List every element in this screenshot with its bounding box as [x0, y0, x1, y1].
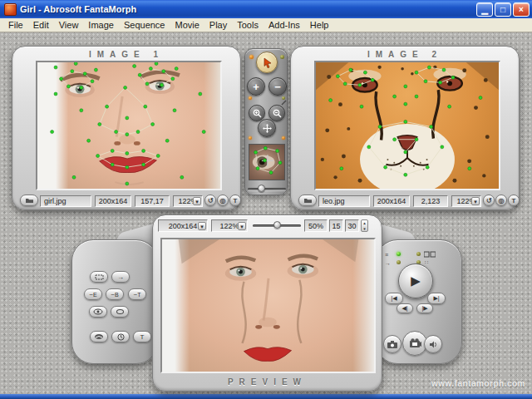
thumbnail-zoom-slider[interactable]: [248, 185, 286, 192]
image1-open-file-button[interactable]: [20, 195, 38, 206]
menu-tools[interactable]: Tools: [232, 19, 264, 31]
image2-reset-view-button[interactable]: ↺: [483, 195, 495, 206]
add-sound-button[interactable]: [424, 335, 442, 353]
girl-face-image: [37, 62, 220, 189]
go-to-start-button[interactable]: |◀: [385, 293, 403, 304]
open-file-icon: [25, 197, 34, 204]
go-to-end-button[interactable]: ▶|: [427, 293, 446, 304]
menu-image[interactable]: Image: [83, 19, 119, 31]
dots-toggle-icon[interactable]: ∷: [425, 259, 428, 265]
image1-filename-field[interactable]: girl.jpg: [40, 195, 91, 207]
menu-play[interactable]: Play: [204, 19, 232, 31]
image2-panel: IMAGE 2: [290, 46, 520, 210]
spin-down-icon[interactable]: ▾: [362, 226, 367, 232]
minimize-button[interactable]: ▁: [476, 2, 493, 17]
image2-zoom-select[interactable]: 122% ▾: [451, 195, 481, 207]
shape-icon: [94, 333, 104, 340]
spin-up-icon[interactable]: ▴: [362, 220, 367, 226]
image2-filename-field[interactable]: leo.jpg: [318, 195, 370, 207]
snapshot-button[interactable]: [383, 335, 401, 353]
restore-button[interactable]: □: [495, 2, 511, 17]
mask-button[interactable]: [111, 306, 129, 318]
menu-view[interactable]: View: [54, 19, 84, 31]
direction-button[interactable]: →: [111, 271, 130, 283]
morph-position-slider[interactable]: [253, 222, 301, 230]
preview-text-button[interactable]: T: [133, 331, 151, 342]
film-led: [416, 252, 421, 256]
arrow-tool-button[interactable]: [256, 52, 278, 73]
zoom-out-icon: [273, 109, 282, 118]
preview-left-controls: [71, 239, 158, 364]
ellipse-icon: [116, 309, 124, 314]
total-frames-field[interactable]: 30: [345, 219, 359, 232]
clock-icon: [117, 333, 125, 341]
image1-center-button[interactable]: ◎: [217, 195, 229, 206]
menu-help[interactable]: Help: [305, 19, 334, 31]
add-point-button[interactable]: +: [247, 77, 265, 96]
frames-spinner[interactable]: ▴ ▾: [361, 219, 368, 232]
app-window: Girl - Abrosoft FantaMorph ▁ □ × File Ed…: [0, 0, 532, 399]
image1-reset-view-button[interactable]: ↺: [204, 195, 216, 206]
slider-track: [248, 188, 286, 190]
website-link: www.fantamorph.com: [431, 379, 525, 388]
timing-button[interactable]: [111, 331, 130, 342]
movie-projector-icon: [408, 338, 421, 349]
zoom-out-button[interactable]: [268, 105, 285, 121]
curves-toggle-icon[interactable]: ≡: [385, 252, 388, 258]
chevron-down-icon[interactable]: ▾: [193, 197, 201, 205]
image2-text-button[interactable]: T: [508, 195, 520, 206]
magnifier-thumbnail[interactable]: [249, 144, 285, 180]
slider-thumb[interactable]: [273, 221, 281, 229]
cheetah-face-image: [316, 62, 499, 189]
show-preview-button[interactable]: [89, 306, 107, 318]
zoom-in-icon: [253, 109, 262, 118]
image1-cursor-position: 157,17: [135, 195, 170, 207]
image2-dimensions-field: 200x164: [373, 195, 410, 207]
pan-led-left: [249, 136, 252, 140]
menu-bar: File Edit View Image Sequence Movie Play…: [0, 18, 532, 32]
filmstrip-icon[interactable]: [424, 251, 436, 258]
preview-zoom-select[interactable]: 122% ▾: [211, 219, 248, 232]
preview-title: PREVIEW: [153, 377, 382, 387]
app-icon: [4, 3, 17, 16]
tool-column: + −: [244, 48, 288, 195]
pan-tool-button[interactable]: [258, 119, 276, 137]
chevron-down-icon[interactable]: ▾: [238, 222, 246, 230]
image2-open-file-button[interactable]: [298, 195, 317, 206]
tool-led-left: [249, 55, 254, 59]
step-back-button[interactable]: ◀|: [397, 303, 413, 313]
background-button[interactable]: [90, 331, 108, 342]
slider-thumb[interactable]: [258, 185, 265, 192]
tool-led-right: [280, 55, 284, 59]
curve-t-button[interactable]: ~T: [128, 288, 146, 300]
menu-movie[interactable]: Movie: [170, 19, 204, 31]
play-button[interactable]: ▶: [398, 264, 433, 298]
menu-edit[interactable]: Edit: [28, 19, 54, 31]
image1-text-button[interactable]: T: [229, 195, 241, 206]
preview-size-select[interactable]: 200x164 ▾: [158, 219, 208, 232]
curve-b-button[interactable]: ~B: [106, 288, 124, 300]
curve-e-button[interactable]: ~E: [84, 288, 102, 300]
title-bar: Girl - Abrosoft FantaMorph ▁ □ ×: [0, 0, 532, 18]
menu-addins[interactable]: Add-Ins: [264, 19, 305, 31]
chevron-down-icon[interactable]: ▾: [471, 197, 480, 205]
morph-percent-field[interactable]: 50%: [304, 219, 328, 232]
loop-toggle-icon[interactable]: →: [385, 260, 391, 266]
step-forward-button[interactable]: |▶: [416, 303, 433, 313]
window-title: Girl - Abrosoft FantaMorph: [20, 4, 475, 14]
point-led-left: [249, 96, 252, 100]
image1-edit-area[interactable]: [36, 61, 222, 190]
camera-icon: [387, 341, 397, 348]
image2-center-button[interactable]: ◎: [495, 195, 507, 206]
image1-zoom-select[interactable]: 122% ▾: [173, 195, 203, 207]
menu-file[interactable]: File: [3, 19, 28, 31]
chevron-down-icon[interactable]: ▾: [198, 222, 206, 230]
image2-edit-area[interactable]: [314, 61, 500, 190]
pencil-icon: [281, 100, 287, 106]
current-frame-field[interactable]: 15: [329, 219, 343, 232]
menu-sequence[interactable]: Sequence: [119, 19, 170, 31]
delete-point-button[interactable]: −: [268, 77, 287, 96]
show-grid-button[interactable]: [90, 271, 108, 283]
close-button[interactable]: ×: [513, 2, 530, 17]
cursor-arrow-icon: [262, 57, 273, 68]
